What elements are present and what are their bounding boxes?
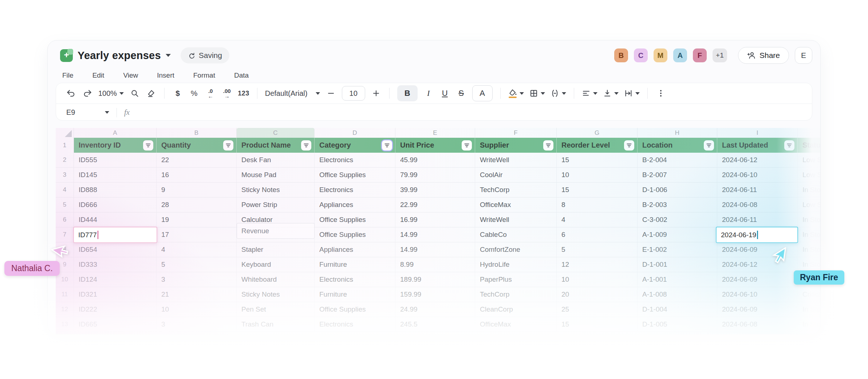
cell[interactable]: 79.99 bbox=[395, 168, 475, 183]
cell[interactable]: 20 bbox=[557, 287, 638, 302]
cell[interactable]: Pen Set bbox=[237, 302, 315, 317]
filter-icon[interactable] bbox=[784, 140, 794, 151]
cell[interactable]: 9 bbox=[157, 183, 237, 198]
more-options-button[interactable] bbox=[655, 87, 666, 100]
column-header[interactable]: Inventory ID bbox=[74, 138, 157, 153]
cell[interactable]: ComfortZone bbox=[475, 242, 557, 257]
cell[interactable]: D-1-006 bbox=[638, 183, 717, 198]
cell[interactable]: 10 bbox=[157, 302, 237, 317]
text-color-button[interactable]: A bbox=[472, 85, 493, 101]
search-button[interactable] bbox=[129, 87, 140, 100]
cell[interactable]: Furniture bbox=[315, 257, 395, 272]
clear-format-button[interactable] bbox=[146, 87, 157, 100]
editing-cell-a7[interactable]: ID777 bbox=[73, 227, 157, 243]
cell[interactable]: Appliances bbox=[315, 198, 395, 212]
cell[interactable]: ID124 bbox=[74, 272, 157, 287]
column-letter[interactable]: D bbox=[315, 128, 395, 138]
column-header[interactable]: Quantity bbox=[157, 138, 237, 153]
cell[interactable]: 4 bbox=[157, 242, 237, 257]
cell[interactable]: B-2-004 bbox=[638, 153, 717, 168]
cell[interactable]: Furniture bbox=[315, 287, 395, 302]
number-format-button[interactable]: 123 bbox=[238, 87, 249, 100]
cell[interactable]: In Stock bbox=[798, 242, 820, 257]
collaborator-avatar[interactable]: M bbox=[654, 48, 667, 62]
cell[interactable]: 3 bbox=[157, 272, 237, 287]
cell[interactable]: 245.5 bbox=[395, 317, 475, 332]
cell[interactable]: In Stock bbox=[798, 227, 820, 242]
column-letter[interactable]: E bbox=[395, 128, 475, 138]
column-letter[interactable]: B bbox=[157, 128, 237, 138]
row-number[interactable]: 1 bbox=[56, 138, 74, 153]
row-number[interactable]: 6 bbox=[56, 212, 74, 227]
cell[interactable]: Appliances bbox=[315, 242, 395, 257]
increase-font-size-button[interactable] bbox=[371, 87, 382, 100]
row-number[interactable]: 2 bbox=[56, 153, 74, 168]
cell[interactable]: In Stock bbox=[798, 302, 820, 317]
cell[interactable]: Office Supplies bbox=[315, 212, 395, 227]
cell[interactable]: ID555 bbox=[74, 153, 157, 168]
column-letter[interactable]: G bbox=[557, 128, 638, 138]
cell-c7[interactable]: Revenue bbox=[237, 223, 315, 239]
filter-icon[interactable] bbox=[624, 140, 634, 151]
percent-format-button[interactable]: % bbox=[189, 87, 200, 100]
column-header[interactable]: Reorder Level bbox=[557, 138, 638, 153]
cell[interactable]: 15 bbox=[557, 317, 638, 332]
cell[interactable]: ID145 bbox=[74, 168, 157, 183]
cell[interactable]: Trash Can bbox=[237, 317, 315, 332]
decrease-decimal-button[interactable]: .0 ← bbox=[205, 87, 216, 100]
merge-cells-button[interactable] bbox=[551, 89, 566, 98]
cell[interactable]: ID321 bbox=[74, 287, 157, 302]
cell[interactable]: TechCorp bbox=[475, 183, 557, 198]
document-title[interactable]: Yearly expenses bbox=[78, 50, 161, 62]
cell[interactable]: 22 bbox=[157, 153, 237, 168]
filter-icon[interactable] bbox=[223, 140, 233, 151]
cell[interactable]: HydroLife bbox=[475, 257, 557, 272]
row-number[interactable]: 4 bbox=[56, 183, 74, 198]
vertical-align-button[interactable] bbox=[603, 89, 619, 98]
cell[interactable]: ID888 bbox=[74, 183, 157, 198]
column-letter[interactable] bbox=[798, 128, 820, 138]
cell[interactable]: 25 bbox=[557, 302, 638, 317]
cell[interactable]: 14.99 bbox=[395, 242, 475, 257]
collaborator-overflow-chip[interactable]: +1 bbox=[713, 48, 727, 62]
title-dropdown-caret[interactable] bbox=[166, 54, 171, 57]
column-letter[interactable]: F bbox=[475, 128, 557, 138]
cell[interactable]: 8 bbox=[557, 198, 638, 212]
cell[interactable]: 22.99 bbox=[395, 198, 475, 212]
column-header[interactable]: Status bbox=[798, 138, 820, 153]
cell[interactable]: E-1-002 bbox=[638, 242, 717, 257]
cell[interactable]: 39.99 bbox=[395, 183, 475, 198]
cell[interactable]: CleanCorp bbox=[475, 302, 557, 317]
cell[interactable]: 10 bbox=[557, 168, 638, 183]
cell[interactable]: Office Supplies bbox=[315, 168, 395, 183]
currency-format-button[interactable]: $ bbox=[172, 87, 183, 100]
cell[interactable]: 2024-06-09 bbox=[717, 302, 798, 317]
menu-item-format[interactable]: Format bbox=[193, 71, 215, 79]
column-header[interactable]: Product Name bbox=[237, 138, 315, 153]
row-number[interactable]: 3 bbox=[56, 168, 74, 183]
cell[interactable]: WriteWell bbox=[475, 153, 557, 168]
cell[interactable]: 16.99 bbox=[395, 212, 475, 227]
undo-button[interactable] bbox=[66, 87, 76, 100]
editing-cell-i7[interactable]: 2024-06-19 bbox=[716, 227, 798, 243]
cell[interactable]: 3 bbox=[157, 317, 237, 332]
cell[interactable]: Sticky Notes bbox=[237, 183, 315, 198]
cell[interactable]: ID654 bbox=[74, 242, 157, 257]
collaborator-avatar[interactable]: F bbox=[693, 48, 707, 62]
cell[interactable]: ID444 bbox=[74, 212, 157, 227]
cell[interactable]: 4 bbox=[557, 212, 638, 227]
cell[interactable]: Office Supplies bbox=[315, 227, 395, 242]
borders-button[interactable] bbox=[529, 89, 545, 98]
column-header[interactable]: Category bbox=[315, 138, 395, 153]
filter-icon[interactable] bbox=[704, 140, 714, 151]
column-letter[interactable]: A bbox=[74, 128, 157, 138]
filter-icon[interactable] bbox=[143, 140, 153, 151]
column-letter[interactable]: I bbox=[717, 128, 798, 138]
cell[interactable]: 2024-06-10 bbox=[717, 287, 798, 302]
cell[interactable]: 159.99 bbox=[395, 287, 475, 302]
row-number[interactable]: 5 bbox=[56, 198, 74, 212]
redo-button[interactable] bbox=[82, 87, 93, 100]
cell[interactable]: Sticky Notes bbox=[237, 287, 315, 302]
cell[interactable]: A-1-008 bbox=[638, 287, 717, 302]
cell[interactable]: Desk Fan bbox=[237, 153, 315, 168]
